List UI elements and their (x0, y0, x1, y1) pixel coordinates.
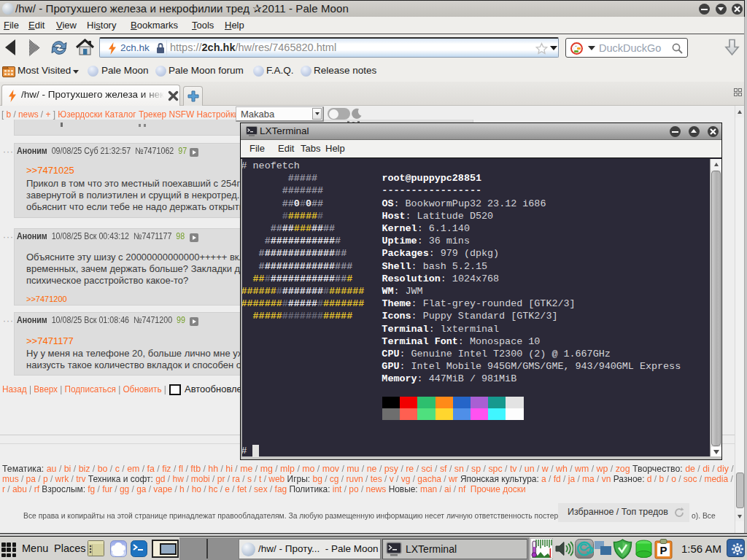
svg-text:P: P (659, 544, 667, 556)
